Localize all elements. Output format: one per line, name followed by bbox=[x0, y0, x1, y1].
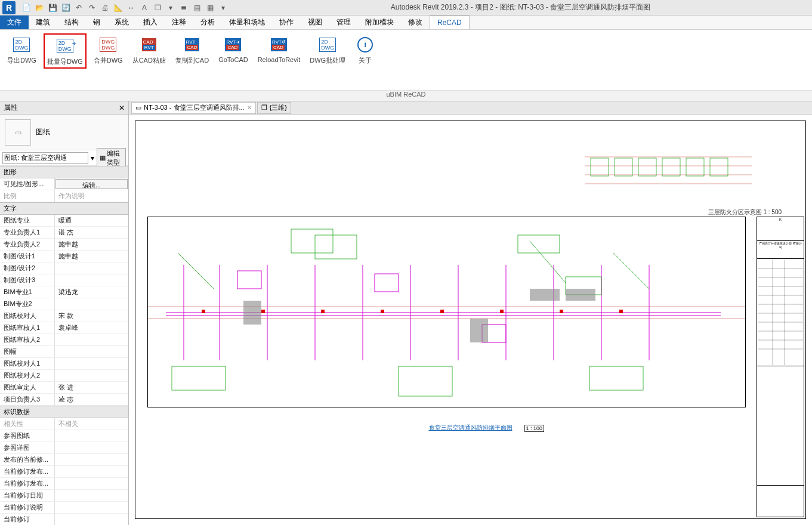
type-selector-input[interactable] bbox=[2, 152, 88, 164]
prop-value[interactable]: 张 进 bbox=[55, 382, 128, 393]
qat-addin-icon[interactable]: ▾ bbox=[217, 2, 229, 14]
prop-row[interactable]: 制图/设计1 施申越 bbox=[0, 251, 128, 262]
prop-row[interactable]: 制图/设计3 bbox=[0, 274, 128, 286]
prop-value[interactable]: 不相关 bbox=[55, 418, 128, 430]
qat-new-icon[interactable]: 📄 bbox=[20, 2, 32, 14]
qat-cloud-icon[interactable]: ▦ bbox=[204, 2, 216, 14]
view-tab-3d[interactable]: ❒ {三维} bbox=[257, 102, 291, 114]
ribbon-dwg-batch-button[interactable]: 2DDWG➜ 批量导DWG bbox=[44, 33, 87, 69]
prop-value[interactable]: 编辑... bbox=[55, 179, 128, 189]
prop-row[interactable]: 当前修订发布... bbox=[0, 466, 128, 478]
prop-row[interactable]: BIM专业2 bbox=[0, 298, 128, 310]
prop-row[interactable]: BIM专业1 梁迅龙 bbox=[0, 286, 128, 298]
prop-row[interactable]: 项目负责人3 凌 志 bbox=[0, 394, 128, 406]
ribbon-dwg-proc-button[interactable]: 2DDWG DWG批处理 bbox=[307, 33, 348, 66]
qat-props-icon[interactable]: ≣ bbox=[178, 2, 190, 14]
menu-recad[interactable]: ReCAD bbox=[430, 16, 470, 29]
prop-value[interactable] bbox=[55, 490, 128, 501]
prop-value[interactable] bbox=[55, 514, 128, 525]
qat-3d-icon[interactable]: ❒ bbox=[152, 2, 163, 14]
qat-sync-icon[interactable]: 🔄 bbox=[60, 2, 72, 14]
prop-row[interactable]: 参照详图 bbox=[0, 442, 128, 454]
view-tab-sheet[interactable]: ▭ NT-3-03 - 食堂三层空调通风防排... ✕ bbox=[131, 102, 256, 114]
prop-section-图形[interactable]: 图形 bbox=[0, 166, 128, 178]
menu-modify[interactable]: 修改 bbox=[401, 16, 430, 29]
menu-file[interactable]: 文件 bbox=[0, 16, 29, 29]
menu-manage[interactable]: 管理 bbox=[329, 16, 358, 29]
prop-row[interactable]: 参照图纸 bbox=[0, 430, 128, 442]
qat-save-icon[interactable]: 💾 bbox=[47, 2, 58, 14]
prop-value[interactable] bbox=[55, 478, 128, 489]
prop-row[interactable]: 制图/设计2 bbox=[0, 262, 128, 274]
menu-steel[interactable]: 钢 bbox=[86, 16, 107, 29]
prop-value[interactable]: 施申越 bbox=[55, 239, 128, 250]
qat-text-icon[interactable]: A bbox=[138, 2, 150, 14]
type-selector-dropdown-icon[interactable]: ▾ bbox=[91, 154, 94, 162]
prop-row[interactable]: 可见性/图形... 编辑... bbox=[0, 178, 128, 190]
qat-measure-icon[interactable]: 📐 bbox=[112, 2, 124, 14]
prop-value[interactable] bbox=[55, 502, 128, 513]
prop-value[interactable]: 凌 志 bbox=[55, 394, 128, 405]
qat-open-icon[interactable]: 📂 bbox=[33, 2, 45, 14]
prop-value[interactable]: 袁卓峰 bbox=[55, 322, 128, 333]
qat-filter-icon[interactable]: ▤ bbox=[191, 2, 203, 14]
prop-row[interactable]: 发布的当前修... bbox=[0, 454, 128, 466]
prop-value[interactable]: 施申越 bbox=[55, 251, 128, 262]
prop-value[interactable]: 作为说明 bbox=[55, 190, 128, 202]
qat-dim-icon[interactable]: ↔ bbox=[125, 2, 137, 14]
prop-value[interactable] bbox=[55, 346, 128, 357]
prop-value[interactable] bbox=[55, 370, 128, 381]
prop-row[interactable]: 图幅 bbox=[0, 346, 128, 358]
prop-value[interactable] bbox=[55, 298, 128, 310]
menu-view[interactable]: 视图 bbox=[301, 16, 329, 29]
ribbon-about-button[interactable]: i 关于 bbox=[353, 33, 378, 66]
ribbon-cad-copy-button[interactable]: RVTCAD 复制到CAD bbox=[173, 33, 211, 66]
menu-anal[interactable]: 分析 bbox=[193, 16, 222, 29]
menu-collab[interactable]: 协作 bbox=[272, 16, 301, 29]
qat-undo-icon[interactable]: ↶ bbox=[73, 2, 85, 14]
prop-row[interactable]: 当前修订发布... bbox=[0, 478, 128, 490]
prop-value[interactable] bbox=[55, 358, 128, 369]
prop-row[interactable]: 图纸校对人1 bbox=[0, 358, 128, 370]
prop-value[interactable] bbox=[55, 274, 128, 286]
menu-struct[interactable]: 结构 bbox=[57, 16, 86, 29]
prop-value[interactable] bbox=[55, 262, 128, 274]
prop-section-文字[interactable]: 文字 bbox=[0, 202, 128, 215]
prop-value[interactable] bbox=[55, 334, 128, 345]
ribbon-reload-button[interactable]: RVT↺CAD ReloadToRevit bbox=[255, 33, 303, 64]
prop-value[interactable]: 宋 款 bbox=[55, 310, 128, 322]
prop-row[interactable]: 图纸校对人 宋 款 bbox=[0, 310, 128, 322]
prop-row[interactable]: 专业负责人2 施申越 bbox=[0, 239, 128, 251]
edit-type-button[interactable]: ▦ 编辑类型 bbox=[97, 148, 126, 168]
prop-value[interactable]: 谌 杰 bbox=[55, 227, 128, 238]
qat-redo-icon[interactable]: ↷ bbox=[86, 2, 98, 14]
prop-row[interactable]: 当前修订日期 bbox=[0, 490, 128, 502]
prop-row[interactable]: 专业负责人1 谌 杰 bbox=[0, 227, 128, 239]
prop-row[interactable]: 图纸校对人2 bbox=[0, 370, 128, 382]
prop-row[interactable]: 图纸审核人2 bbox=[0, 334, 128, 346]
menu-insert[interactable]: 插入 bbox=[136, 16, 165, 29]
prop-value[interactable] bbox=[55, 442, 128, 453]
menu-addins[interactable]: 附加模块 bbox=[358, 16, 401, 29]
prop-row[interactable]: 相关性 不相关 bbox=[0, 418, 128, 430]
ribbon-gotocad-button[interactable]: RVT➜CAD GoToCAD bbox=[216, 33, 251, 64]
prop-row[interactable]: 当前修订说明 bbox=[0, 502, 128, 514]
prop-row[interactable]: 图纸审定人 张 进 bbox=[0, 382, 128, 394]
prop-value[interactable]: 梁迅龙 bbox=[55, 286, 128, 298]
qat-sel-icon[interactable]: ▾ bbox=[165, 2, 177, 14]
tab-close-icon[interactable]: ✕ bbox=[247, 104, 252, 111]
menu-mass[interactable]: 体量和场地 bbox=[222, 16, 272, 29]
prop-row[interactable]: 图纸专业 暖通 bbox=[0, 215, 128, 227]
properties-type-preview[interactable]: ▭ 图纸 bbox=[0, 115, 128, 150]
prop-section-标识数据[interactable]: 标识数据 bbox=[0, 406, 128, 418]
menu-anno[interactable]: 注释 bbox=[165, 16, 193, 29]
prop-value[interactable] bbox=[55, 430, 128, 441]
prop-row[interactable]: 图纸审核人1 袁卓峰 bbox=[0, 322, 128, 334]
ribbon-cad-paste-button[interactable]: CADRVT 从CAD粘贴 bbox=[130, 33, 168, 66]
prop-value[interactable]: 暖通 bbox=[55, 215, 128, 226]
properties-close-icon[interactable]: ✕ bbox=[119, 104, 125, 112]
prop-value[interactable] bbox=[55, 466, 128, 477]
menu-arch[interactable]: 建筑 bbox=[29, 16, 57, 29]
ribbon-dwg-out-button[interactable]: 2DDWG 导出DWG bbox=[5, 33, 39, 66]
menu-system[interactable]: 系统 bbox=[107, 16, 136, 29]
